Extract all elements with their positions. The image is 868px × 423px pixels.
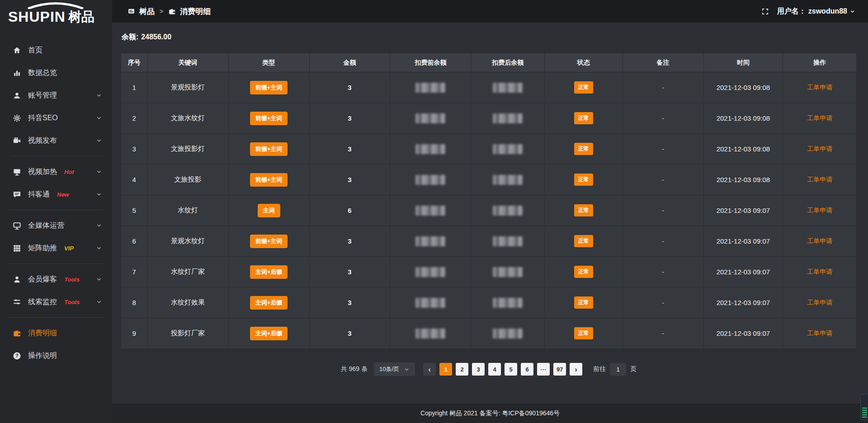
goto-label: 前往 [593, 365, 606, 373]
sidebar-item-video-heat[interactable]: 视频加热 Hot [0, 160, 112, 183]
masked-post-balance [471, 134, 545, 164]
action-link[interactable]: 工单申请 [807, 268, 832, 275]
blurred-value [493, 329, 523, 338]
next-page-button[interactable]: › [570, 363, 582, 376]
cell-time: 2021-12-03 09:07 [703, 195, 783, 226]
cell-remark: - [623, 164, 703, 195]
status-badge: 正常 [574, 327, 593, 339]
status-badge: 正常 [545, 226, 623, 257]
sidebar-item-label: 线索监控 [28, 297, 57, 307]
page-button[interactable]: 3 [472, 363, 485, 376]
table-row: 1景观投影灯前缀+主词3正常-2021-12-03 09:08工单申请 [121, 72, 857, 103]
pagination: 共 969 条 10条/页 ‹ 123456···97 › 前往 页 [121, 362, 857, 376]
table-header-row: 序号关键词类型金额扣费前余额扣费后余额状态备注时间操作 [121, 53, 857, 72]
sidebar-item-label: 全媒体运营 [28, 221, 64, 230]
cell-time: 2021-12-03 09:08 [703, 72, 783, 103]
page-button[interactable]: 6 [521, 363, 533, 376]
table-row: 2文旅水纹灯前缀+主词3正常-2021-12-03 09:08工单申请 [121, 103, 857, 134]
action-link[interactable]: 工单申请 [807, 84, 832, 91]
action-link[interactable]: 工单申请 [807, 145, 832, 152]
sidebar-item-matrix-boost[interactable]: 矩阵助推 VIP [0, 237, 112, 259]
cell-index: 2 [121, 103, 148, 134]
masked-post-balance [471, 318, 545, 349]
user-menu[interactable]: 用户名： zswodun88 [777, 7, 855, 16]
cell-amount: 3 [309, 164, 390, 195]
cell-keyword: 文旅水纹灯 [147, 103, 228, 134]
action-link[interactable]: 工单申请 [807, 207, 832, 214]
action-link: 工单申请 [783, 195, 857, 226]
type-badge: 主词 [228, 195, 309, 226]
action-link: 工单申请 [783, 257, 857, 287]
sidebar-item-doukotong[interactable]: 抖客通 New [0, 183, 112, 206]
sidebar-item-video-publish[interactable]: 视频发布 [0, 129, 112, 152]
page-button[interactable]: 4 [488, 363, 501, 376]
sidebar-item-home[interactable]: 首页 [0, 39, 112, 61]
total-count: 共 969 条 [341, 365, 368, 373]
sidebar-item-label: 矩阵助推 [28, 244, 57, 253]
type-badge: 前缀+主词 [250, 173, 288, 187]
action-link[interactable]: 工单申请 [807, 114, 832, 122]
page-button[interactable]: 5 [505, 363, 517, 376]
blurred-value [493, 113, 523, 123]
chat-widget[interactable] [860, 394, 868, 420]
goto-page-input[interactable] [610, 363, 626, 376]
type-badge: 主词+后缀 [228, 318, 309, 349]
blurred-value [493, 236, 523, 246]
blurred-value [493, 267, 523, 277]
table-row: 3文旅投影灯前缀+主词3正常-2021-12-03 09:08工单申请 [121, 134, 857, 164]
column-header: 状态 [545, 53, 623, 72]
sidebar-item-account-management[interactable]: 账号管理 [0, 84, 112, 107]
status-badge: 正常 [545, 134, 623, 164]
cell-amount: 3 [309, 103, 390, 134]
sidebar-item-operation-guide[interactable]: ? 操作说明 [0, 344, 112, 367]
sidebar-item-all-media[interactable]: 全媒体运营 [0, 214, 112, 237]
masked-pre-balance [390, 195, 471, 226]
sidebar-item-member-burst[interactable]: 会员爆客 Tools [0, 268, 112, 291]
cell-keyword: 景观水纹灯 [147, 226, 228, 257]
masked-post-balance [471, 103, 545, 134]
page-button[interactable]: 1 [439, 363, 452, 376]
cell-remark: - [623, 103, 703, 134]
status-badge: 正常 [545, 287, 623, 318]
sidebar-item-data-overview[interactable]: 数据总览 [0, 61, 112, 84]
action-link[interactable]: 工单申请 [807, 329, 832, 337]
sidebar-item-lead-monitor[interactable]: 线索监控 Tools [0, 291, 112, 313]
action-link[interactable]: 工单申请 [807, 299, 832, 306]
breadcrumb-root[interactable]: 树品 [139, 6, 155, 17]
column-header: 操作 [783, 53, 857, 72]
action-link[interactable]: 工单申请 [807, 176, 832, 183]
type-badge: 主词+后缀 [228, 257, 309, 287]
blurred-value [415, 113, 445, 123]
sidebar-item-consumption-detail[interactable]: 消费明细 [0, 322, 112, 344]
menu-divider [9, 210, 103, 210]
masked-post-balance [471, 226, 545, 257]
masked-post-balance [471, 287, 545, 318]
status-badge: 正常 [574, 81, 593, 94]
page-button[interactable]: 97 [553, 363, 566, 376]
hot-badge: Hot [64, 169, 74, 175]
cell-keyword: 投影灯厂家 [147, 318, 228, 349]
more-pages-button[interactable]: ··· [537, 363, 550, 376]
sidebar-item-douyin-seo[interactable]: 抖音SEO [0, 107, 112, 129]
wallet-icon [13, 329, 21, 338]
content-area: 余额:24856.00 序号关键词类型金额扣费前余额扣费后余额状态备注时间操作 … [112, 23, 868, 404]
prev-page-button[interactable]: ‹ [423, 363, 436, 376]
action-link[interactable]: 工单申请 [807, 237, 832, 244]
sliders-icon [13, 298, 21, 306]
page-size-select[interactable]: 10条/页 [374, 362, 415, 376]
chevron-down-icon [404, 367, 410, 372]
type-badge: 前缀+主词 [228, 134, 309, 164]
blurred-value [415, 206, 445, 216]
sidebar-item-label: 数据总览 [28, 68, 57, 78]
page-button[interactable]: 2 [456, 363, 468, 376]
cell-remark: - [623, 134, 703, 164]
action-link: 工单申请 [783, 287, 857, 318]
blurred-value [493, 144, 523, 154]
status-badge: 正常 [574, 112, 593, 124]
status-badge: 正常 [545, 103, 623, 134]
cell-amount: 3 [309, 72, 390, 103]
blurred-value [415, 175, 445, 185]
blurred-value [415, 267, 445, 277]
fullscreen-icon[interactable] [761, 8, 769, 15]
cell-time: 2021-12-03 09:08 [703, 164, 783, 195]
